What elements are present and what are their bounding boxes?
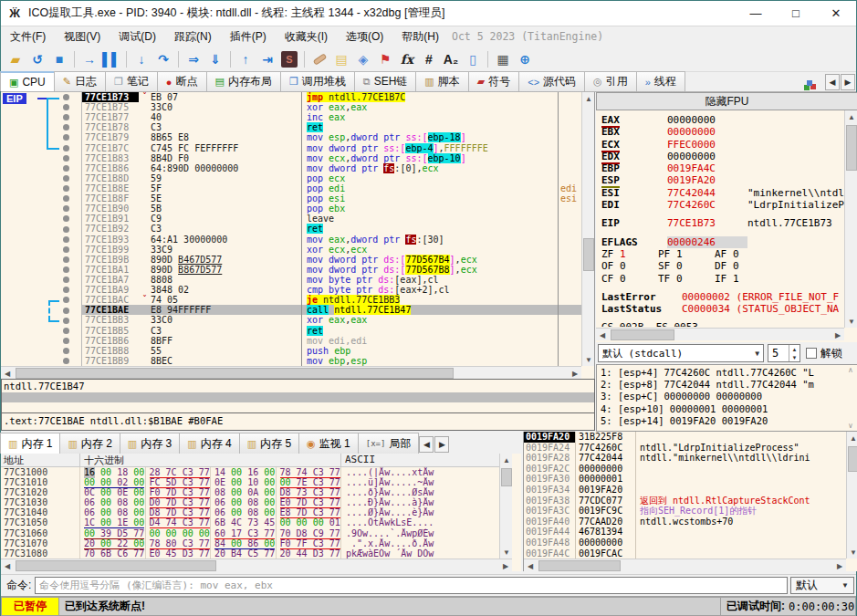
breakpoint-dot[interactable] [63, 195, 69, 202]
disasm-row[interactable]: 77CE1BB98BECmov ebp,esp [82, 356, 581, 366]
breakpoint-dot[interactable] [63, 134, 69, 141]
breakpoint-dot[interactable] [63, 358, 69, 364]
registers-list[interactable]: EAX00000000EBX00000000ECXFFEC0000EDX0000… [596, 110, 844, 328]
dump-tab-scroll-left-icon[interactable]: ◀ [419, 436, 434, 453]
labels-icon[interactable]: ◈ [352, 49, 374, 69]
stack-row[interactable]: 0019FA3877CDC077返回到 ntdll.RtlCaptureStac… [524, 496, 846, 506]
last-status-row[interactable]: LastError00000002 (ERROR_FILE_NOT_F [601, 291, 844, 303]
argument-row[interactable]: 5: [esp+14] 0019FA20 0019FA20 [601, 415, 857, 427]
bookmarks-icon[interactable]: ⚑ [374, 49, 396, 69]
disassembly-hscrollbar[interactable]: ◀ ▶ [1, 366, 581, 379]
register-row[interactable]: EBP0019FA4C [601, 162, 844, 174]
command-profile-select[interactable]: 默认 ▼ [790, 577, 854, 594]
register-row[interactable]: ECXFFEC0000 [601, 139, 844, 151]
register-row[interactable]: EFLAGS00000246 [601, 236, 844, 248]
breakpoint-dot[interactable] [63, 205, 69, 212]
breakpoint-dot[interactable] [63, 226, 69, 233]
menu-item-o[interactable]: 选项(O) [337, 27, 392, 47]
disasm-row[interactable]: 77CE1BACˇ74 05je ntdll.77CE1BB3 [82, 295, 581, 305]
disassembly-vscrollbar[interactable]: ▲ ▼ [581, 92, 594, 366]
scroll-up-icon[interactable]: ∧ [848, 366, 853, 374]
command-input[interactable] [35, 577, 788, 594]
register-row[interactable]: EDI77C4260C"LdrpInitializePro [601, 199, 844, 211]
breakpoint-dot[interactable] [63, 155, 69, 162]
menu-item-h[interactable]: 帮助(H) [392, 27, 448, 47]
stack-row[interactable]: 0019FA4C0019FCAC [524, 548, 846, 559]
breakpoint-dot[interactable] [63, 145, 69, 151]
stop-icon[interactable]: ■ [48, 49, 70, 69]
breakpoint-dot[interactable] [63, 165, 69, 172]
scroll-thumb[interactable] [501, 468, 512, 486]
dump-row[interactable]: 77C310200C 00 0E 00F0 7D C3 7708 00 0A 0… [1, 487, 512, 497]
disasm-row[interactable]: 77CE1BAEE8 94FFFFFFcall ntdll.77CE1B47 [82, 305, 581, 315]
stack-hscrollbar[interactable]: ◀ ▶ [524, 559, 846, 571]
argument-row[interactable]: 1: [esp+4] 77C4260C ntdll.77C4260C "L [601, 367, 857, 379]
options-globe-icon[interactable]: ⊕ [514, 49, 536, 69]
last-status-row[interactable]: LastStatusC0000034 (STATUS_OBJECT_NA [601, 303, 844, 315]
scroll-right-icon[interactable]: ▶ [569, 367, 581, 380]
scroll-thumb[interactable] [16, 368, 454, 379]
scroll-right-icon[interactable]: ▶ [833, 559, 846, 572]
pause-icon[interactable]: ▌▌ [100, 49, 122, 69]
spin-down-icon[interactable]: ▼ [792, 355, 798, 360]
restart-icon[interactable]: ↺ [26, 49, 48, 69]
scroll-left-icon[interactable]: ◀ [1, 367, 14, 380]
tab-dump-3[interactable]: ▥内存 3 [120, 433, 180, 454]
scroll-down-icon[interactable]: ▼ [500, 546, 513, 559]
disasm-row[interactable]: 77CE1BA78808mov byte ptr ds:[eax],cl [82, 275, 581, 285]
disasm-row[interactable]: 77CE1B9933C9xor ecx,ecx [82, 245, 581, 255]
argument-row[interactable]: 4: [esp+10] 00000001 00000001 [601, 403, 857, 415]
scroll-right-icon[interactable]: ▶ [831, 329, 844, 341]
dump-row[interactable]: 77C3103006 00 08 00D0 7D C3 7706 00 08 0… [1, 497, 512, 507]
flags-row[interactable]: OF 0SF 0DF 0 [601, 260, 844, 272]
breakpoint-dot[interactable] [63, 277, 69, 283]
scroll-up-icon[interactable]: ▲ [582, 92, 595, 105]
dump-row[interactable]: 77C3100016 00 18 0028 7C C3 7714 00 16 0… [1, 467, 512, 477]
tab-script[interactable]: ▥脚本 [415, 71, 468, 91]
scroll-right-icon[interactable]: ▶ [499, 559, 512, 572]
scroll-left-icon[interactable]: ◀ [524, 559, 537, 572]
calculator-icon[interactable]: ▦ [492, 49, 514, 69]
stack-row[interactable]: 0019FA4446781394 [524, 527, 846, 538]
breakpoint-dot[interactable] [63, 124, 69, 131]
scroll-down-icon[interactable]: ∨ [848, 422, 853, 430]
stack-row[interactable]: 0019FA2031B225F8 [524, 432, 846, 443]
tab-seh[interactable]: ⧉SEH链 [354, 71, 417, 91]
tab-dump-5[interactable]: ▥内存 5 [239, 433, 299, 454]
flags-row[interactable]: ZF 1PF 1AF 0 [601, 248, 844, 260]
tab-threads[interactable]: »线程 [636, 71, 685, 91]
disasm-row[interactable]: 77CE1B905Bpop ebx [82, 204, 581, 214]
scroll-down-icon[interactable]: ▼ [845, 315, 857, 328]
registers-panel[interactable]: 隐藏FPU EAX00000000EBX00000000ECXFFEC0000E… [596, 92, 857, 432]
stack-row[interactable]: 0019FA4800000000 [524, 538, 846, 548]
breakpoint-dot[interactable] [63, 114, 69, 120]
menu-item-i[interactable]: 收藏夹(I) [276, 27, 337, 47]
stack-row[interactable]: 0019FA340019FA20 [524, 485, 846, 496]
breakpoint-dot[interactable] [63, 256, 69, 263]
tab-dump-1[interactable]: ▥内存 1 [0, 433, 60, 454]
disasm-row[interactable]: 77CE1B8F5Epop esiesi [82, 193, 581, 204]
arg-count-stepper[interactable]: 5 ▲▼ [768, 344, 800, 362]
scroll-up-icon[interactable]: ▲ [500, 454, 513, 466]
calling-convention-select[interactable]: 默认 (stdcall) ▼ [598, 344, 764, 362]
register-row[interactable]: ESP0019FA20 [601, 174, 844, 186]
disasm-row[interactable]: 77CE1B91C9leave [82, 214, 581, 224]
argument-row[interactable]: 3: [esp+C] 00000000 00000000 [601, 391, 857, 402]
flags-row[interactable]: CF 0TF 0IF 1 [601, 273, 844, 285]
tab-log[interactable]: ✎日志 [54, 71, 106, 91]
scroll-thumb[interactable] [846, 125, 857, 171]
dump-row[interactable]: 77C310501C 00 1E 00D4 74 C3 776B 4C 73 4… [1, 517, 512, 527]
disasm-row[interactable]: 77CE1B78C3ret [82, 122, 581, 132]
register-row[interactable]: ESI77C42044"minkernel\\ntdll\\ [601, 187, 844, 199]
handles-cubes-icon[interactable] [807, 80, 812, 86]
dump-row[interactable]: 77C3107020 00 22 0078 80 C3 7784 00 86 0… [1, 538, 512, 548]
disasm-row[interactable]: 77CE1B7CC745 FC FEFFFFFFmov dword ptr ss… [82, 143, 581, 153]
tab-dump-4[interactable]: ▥内存 4 [179, 433, 239, 454]
registers-vscrollbar[interactable]: ▲ ▼ [844, 110, 857, 328]
scroll-left-icon[interactable]: ◀ [596, 329, 609, 341]
register-row[interactable]: EDX00000000 [601, 151, 844, 162]
dump-vscrollbar[interactable]: ▲ ▼ [499, 454, 512, 559]
tab-references[interactable]: ◎引用 [584, 71, 637, 91]
disasm-row[interactable]: 77CE1BB855push ebp [82, 346, 581, 356]
disasm-row[interactable]: 77CE1B8D59pop ecx [82, 173, 581, 183]
